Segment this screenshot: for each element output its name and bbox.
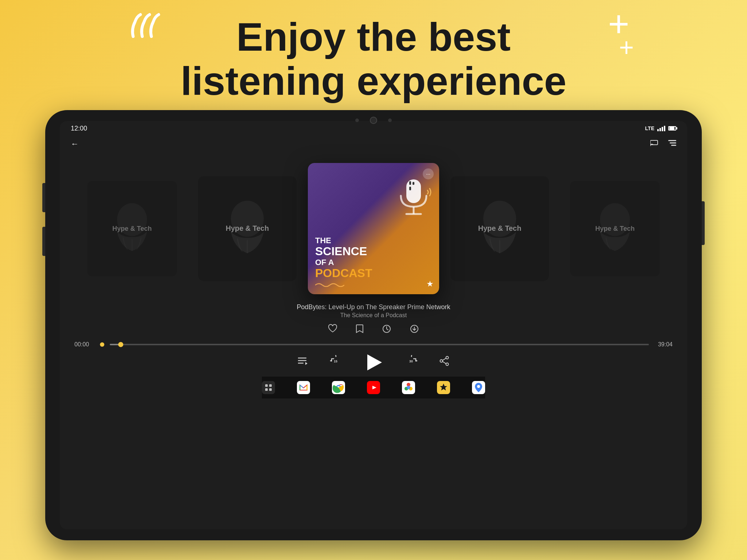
current-time: 00:00	[74, 341, 93, 348]
svg-rect-9	[413, 182, 414, 185]
card-label-5: Hype & Tech	[595, 225, 635, 232]
bookmark-button[interactable]	[356, 324, 364, 336]
svg-line-25	[442, 358, 446, 361]
star-badge: ★	[426, 279, 434, 289]
card-label-4: Hype & Tech	[478, 224, 521, 233]
center-card-content: ···	[308, 163, 439, 294]
progress-dot-indicator	[100, 342, 104, 347]
mic-illustration	[395, 174, 432, 218]
carousel-track: Hype & Tech Hype & Tech	[60, 159, 687, 298]
svg-rect-2	[668, 140, 676, 141]
svg-rect-27	[265, 384, 268, 387]
decoration-quotes	[128, 7, 164, 49]
gmail-app-icon[interactable]	[297, 381, 310, 394]
podcast-card-4[interactable]: Hype & Tech	[450, 176, 549, 281]
svg-point-1	[650, 145, 651, 146]
spreaker-app-icon[interactable]	[437, 381, 450, 394]
podcast-card-2[interactable]: Hype & Tech	[198, 176, 297, 281]
podcast-card-center[interactable]: ···	[308, 163, 439, 294]
lte-indicator: LTE	[645, 125, 654, 131]
progress-handle[interactable]	[118, 342, 123, 347]
camera-dot-left	[355, 118, 359, 122]
power-button[interactable]	[702, 201, 705, 245]
podcast-card-5[interactable]: Hype & Tech	[570, 181, 660, 276]
tablet-camera	[355, 117, 392, 124]
svg-point-23	[440, 360, 442, 362]
apps-grid-button[interactable]	[262, 381, 275, 394]
rewind-button[interactable]: 15	[330, 355, 342, 369]
title-podcast: PODCAST	[315, 267, 372, 280]
maps-app-icon[interactable]	[472, 381, 485, 394]
carousel-area: Hype & Tech Hype & Tech	[60, 152, 687, 529]
tablet-screen: 12:00 LTE ←	[60, 121, 687, 529]
history-button[interactable]	[382, 324, 391, 336]
center-card-title: THE SCIENCE OF A PODCAST	[315, 236, 372, 280]
svg-text:15: 15	[334, 359, 337, 363]
status-icons: LTE	[645, 125, 676, 131]
signal-bar-4	[664, 126, 665, 131]
squiggle-decoration	[315, 281, 344, 287]
android-nav-bar	[262, 377, 485, 398]
player-section: PodBytes: Level-Up on The Spreaker Prime…	[60, 298, 687, 400]
youtube-app-icon[interactable]	[367, 381, 380, 394]
title-of-a: OF A	[315, 258, 372, 267]
svg-text:30: 30	[409, 359, 413, 363]
nav-bar: ←	[60, 136, 687, 152]
camera-lens	[370, 117, 377, 124]
photos-app-icon[interactable]	[402, 381, 415, 394]
status-time: 12:00	[71, 125, 87, 132]
svg-rect-30	[269, 388, 272, 391]
svg-point-24	[446, 363, 448, 366]
svg-point-39	[407, 386, 410, 389]
forward-button[interactable]: 30	[406, 355, 417, 369]
progress-bar[interactable]	[110, 344, 649, 345]
decoration-plus: + +	[608, 5, 634, 60]
menu-icon[interactable]	[668, 140, 676, 148]
download-button[interactable]	[410, 324, 419, 336]
svg-rect-28	[269, 384, 272, 387]
title-science: SCIENCE	[315, 245, 372, 258]
progress-area: 00:00 39:04	[60, 341, 687, 348]
header-title: Enjoy the best listening experience	[181, 11, 566, 103]
volume-up-button[interactable]	[42, 183, 45, 212]
play-triangle-icon	[367, 354, 382, 370]
svg-line-26	[442, 362, 446, 364]
signal-bar-3	[662, 127, 663, 131]
svg-rect-3	[670, 143, 676, 144]
total-time: 39:04	[654, 341, 673, 348]
signal-bars	[657, 126, 665, 131]
battery-icon	[668, 126, 676, 131]
playback-controls: 15 30	[298, 352, 449, 372]
header-area: + + Enjoy the best listening experience	[0, 0, 747, 110]
share-button[interactable]	[439, 356, 449, 369]
svg-rect-10	[409, 187, 411, 190]
podcast-card-1[interactable]: Hype & Tech	[87, 181, 177, 276]
play-button[interactable]	[364, 352, 384, 372]
queue-button[interactable]	[298, 357, 308, 368]
svg-rect-8	[409, 181, 411, 185]
svg-rect-29	[265, 388, 268, 391]
heart-button[interactable]	[328, 324, 337, 336]
card-label-1: Hype & Tech	[112, 225, 152, 232]
back-button[interactable]: ←	[71, 139, 79, 149]
volume-down-button[interactable]	[42, 227, 45, 256]
nav-right-icons	[650, 140, 676, 148]
podcast-name: The Science of a Podcast	[340, 312, 407, 319]
signal-bar-2	[659, 128, 661, 131]
tablet-device: 12:00 LTE ←	[45, 110, 702, 540]
card-label-2: Hype & Tech	[226, 224, 269, 233]
signal-bar-1	[657, 129, 659, 131]
battery-fill	[669, 127, 674, 130]
svg-rect-4	[671, 145, 676, 146]
chrome-app-icon[interactable]	[332, 381, 345, 394]
svg-point-40	[477, 385, 480, 388]
title-the: THE	[315, 236, 372, 245]
action-buttons	[328, 324, 419, 336]
cast-icon[interactable]	[650, 140, 659, 148]
camera-dot-right	[388, 118, 392, 122]
svg-point-22	[446, 357, 448, 359]
episode-title: PodBytes: Level-Up on The Spreaker Prime…	[297, 303, 450, 311]
